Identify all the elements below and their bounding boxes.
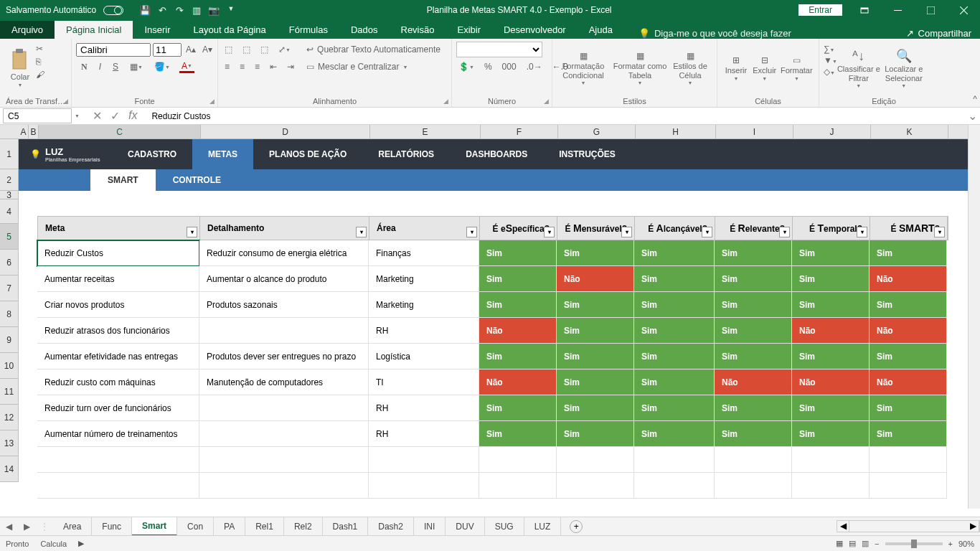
horizontal-scrollbar[interactable]: ◀▶: [837, 520, 980, 532]
find-select-button[interactable]: 🔍Localizar e Selecionar▼: [880, 41, 928, 95]
table-cell[interactable]: [369, 473, 479, 499]
col-header-B[interactable]: B: [29, 125, 39, 138]
status-badge[interactable]: Sim: [634, 292, 715, 318]
status-badge[interactable]: Sim: [792, 421, 870, 447]
align-center-icon[interactable]: ≡: [237, 62, 247, 72]
share-button[interactable]: ↗ Compartilhar: [906, 28, 971, 39]
close-icon[interactable]: [947, 0, 980, 20]
menu-tab-dados[interactable]: Dados: [339, 21, 390, 39]
cell-styles-button[interactable]: ▦Estilos de Célula▼: [670, 41, 710, 95]
expand-formula-icon[interactable]: ⌄: [968, 109, 977, 123]
sheet-tab-ini[interactable]: INI: [414, 517, 446, 536]
table-cell[interactable]: [557, 473, 634, 499]
row-header-4[interactable]: 4: [0, 199, 19, 224]
col-header-G[interactable]: G: [558, 125, 636, 138]
indent-dec-icon[interactable]: ⇤: [268, 62, 279, 72]
status-badge[interactable]: Sim: [634, 344, 715, 369]
status-badge[interactable]: Sim: [870, 344, 947, 369]
fill-color-icon[interactable]: 🪣▼: [152, 62, 172, 72]
table-cell[interactable]: [870, 447, 947, 473]
sheet-tab-pa[interactable]: PA: [214, 517, 245, 536]
row-header-3[interactable]: 3: [0, 191, 19, 199]
status-badge[interactable]: Sim: [634, 240, 715, 266]
row-header-5[interactable]: 5: [0, 224, 19, 250]
status-badge[interactable]: Sim: [479, 421, 557, 447]
menu-tab-frmulas[interactable]: Fórmulas: [278, 21, 339, 39]
sheet-tab-rel2[interactable]: Rel2: [284, 517, 323, 536]
format-painter-icon[interactable]: 🖌: [36, 70, 44, 80]
status-badge[interactable]: Sim: [715, 421, 792, 447]
menu-tab-reviso[interactable]: Revisão: [390, 21, 446, 39]
sheet-tab-smart[interactable]: Smart: [132, 517, 177, 536]
table-cell[interactable]: [792, 473, 870, 499]
table-cell[interactable]: Reduzir atrasos dos funcionários: [37, 318, 199, 344]
clipboard-dialog-icon[interactable]: ◢: [63, 98, 68, 105]
status-badge[interactable]: Sim: [792, 240, 870, 266]
table-cell[interactable]: [634, 473, 715, 499]
font-size-input[interactable]: [153, 43, 182, 57]
status-badge[interactable]: Sim: [715, 292, 792, 318]
format-table-button[interactable]: ▦Formatar como Tabela▼: [610, 41, 670, 95]
filter-icon[interactable]: ▾: [544, 227, 555, 237]
table-cell[interactable]: Aumentar número de treinamentos: [37, 421, 199, 447]
row-header-8[interactable]: 8: [0, 301, 19, 327]
table-cell[interactable]: [479, 473, 557, 499]
view-layout-icon[interactable]: ▤: [849, 539, 856, 548]
subtab-smart[interactable]: SMART: [90, 169, 156, 191]
nav-cadastro[interactable]: CADASTRO: [112, 139, 192, 169]
wrap-text-button[interactable]: ↩Quebrar Texto Automaticamente: [302, 41, 445, 58]
align-dialog-icon[interactable]: ◢: [443, 98, 448, 105]
clear-icon[interactable]: ◇▼: [824, 67, 837, 77]
menu-tab-layoutdapgina[interactable]: Layout da Página: [182, 21, 278, 39]
minimize-icon[interactable]: [881, 0, 914, 20]
currency-icon[interactable]: 💲▼: [456, 62, 476, 72]
align-right-icon[interactable]: ≡: [253, 62, 262, 72]
status-badge[interactable]: Sim: [557, 292, 634, 318]
status-badge[interactable]: Sim: [479, 292, 557, 318]
table-cell[interactable]: Aumentar efetividade nas entregas: [37, 344, 199, 369]
insert-button[interactable]: ⊞Inserir▼: [722, 41, 750, 95]
table-cell[interactable]: [199, 447, 369, 473]
filter-icon[interactable]: ▾: [934, 227, 945, 237]
col-header-A[interactable]: A: [19, 125, 29, 138]
status-badge[interactable]: Sim: [634, 266, 715, 292]
sheet-tab-duv[interactable]: DUV: [446, 517, 484, 536]
table-cell[interactable]: [634, 447, 715, 473]
macro-icon[interactable]: ▶: [78, 539, 84, 548]
table-cell[interactable]: [199, 421, 369, 447]
row-header-6[interactable]: 6: [0, 250, 19, 276]
table-cell[interactable]: [557, 447, 634, 473]
table-cell[interactable]: RH: [369, 318, 479, 344]
inc-decimal-icon[interactable]: .0→: [524, 62, 545, 72]
table-cell[interactable]: Marketing: [369, 266, 479, 292]
subtab-controle[interactable]: CONTROLE: [156, 169, 238, 191]
font-name-input[interactable]: [76, 43, 151, 57]
table-cell[interactable]: [369, 447, 479, 473]
name-box[interactable]: [3, 108, 72, 123]
scroll-right-icon[interactable]: ▶: [967, 521, 979, 532]
formula-bar-value[interactable]: Reduzir Custos: [147, 111, 980, 121]
status-badge[interactable]: Sim: [557, 344, 634, 369]
status-badge[interactable]: Sim: [715, 395, 792, 421]
table-cell[interactable]: [870, 473, 947, 499]
row-header-7[interactable]: 7: [0, 276, 19, 301]
font-dialog-icon[interactable]: ◢: [209, 98, 215, 105]
menu-tab-exibir[interactable]: Exibir: [446, 21, 492, 39]
col-header-K[interactable]: K: [871, 125, 948, 138]
filter-icon[interactable]: ▾: [466, 227, 477, 237]
col-header-F[interactable]: F: [481, 125, 558, 138]
nav-instrues[interactable]: INSTRUÇÕES: [543, 139, 631, 169]
table-cell[interactable]: RH: [369, 421, 479, 447]
status-badge[interactable]: Não: [715, 369, 792, 395]
menu-tab-pginainicial[interactable]: Página Inicial: [55, 21, 133, 39]
file-tab[interactable]: Arquivo: [0, 21, 55, 39]
status-badge[interactable]: Sim: [479, 266, 557, 292]
align-bottom-icon[interactable]: ⬚: [258, 44, 270, 55]
status-badge[interactable]: Sim: [557, 369, 634, 395]
menu-tab-desenvolvedor[interactable]: Desenvolvedor: [492, 21, 578, 39]
status-badge[interactable]: Sim: [479, 395, 557, 421]
status-badge[interactable]: Não: [870, 318, 947, 344]
status-badge[interactable]: Sim: [479, 344, 557, 369]
sheet-tab-func[interactable]: Func: [92, 517, 132, 536]
collapse-ribbon-icon[interactable]: ^: [973, 94, 977, 104]
